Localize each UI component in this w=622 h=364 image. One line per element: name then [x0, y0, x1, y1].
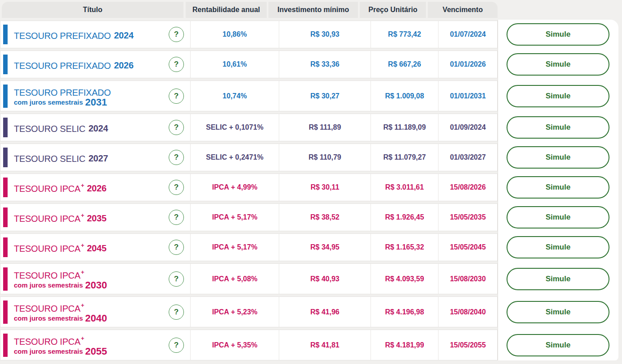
simulate-button[interactable]: Simule: [507, 176, 609, 199]
maturity-date-cell: 01/01/2026: [439, 51, 497, 78]
bond-year: 2024: [114, 30, 134, 40]
bond-name: TESOURO SELIC: [14, 153, 85, 163]
simulate-button[interactable]: Simule: [507, 23, 609, 46]
help-icon[interactable]: ?: [169, 150, 184, 165]
annual-rate-cell: SELIC + 0,2471%: [191, 144, 279, 171]
simulate-button[interactable]: Simule: [507, 85, 609, 107]
min-investment-cell: R$ 30,27: [279, 81, 371, 111]
bond-title-cell: TESOURO SELIC2027 ?: [0, 144, 191, 171]
unit-price-cell: R$ 773,42: [371, 21, 439, 48]
help-icon[interactable]: ?: [169, 305, 184, 320]
simulate-button[interactable]: Simule: [507, 334, 609, 356]
bond-name: TESOURO PREFIXADO: [14, 60, 111, 70]
bond-row-main: TESOURO IPCA+2035 ? IPCA + 5,17% R$ 38,5…: [0, 203, 498, 231]
help-icon[interactable]: ?: [169, 180, 184, 195]
maturity-date-cell: 15/08/2030: [439, 264, 497, 294]
simulate-cell: Simule: [498, 174, 618, 201]
help-icon[interactable]: ?: [169, 338, 184, 353]
bond-title-line2: com juros semestrais2040: [14, 314, 107, 323]
category-color-bar: [3, 267, 8, 291]
maturity-date-cell: 01/03/2027: [439, 144, 497, 171]
simulate-button[interactable]: Simule: [507, 301, 609, 323]
min-investment-cell: R$ 33,36: [279, 51, 371, 78]
bond-title: TESOURO IPCA+ com juros semestrais2055: [14, 334, 107, 356]
bond-title-line1: TESOURO IPCA+: [14, 301, 107, 314]
category-color-bar: [3, 55, 8, 74]
bond-title-line2: com juros semestrais2055: [14, 347, 107, 356]
simulate-button[interactable]: Simule: [507, 206, 609, 229]
annual-rate-cell: IPCA + 5,35%: [191, 330, 279, 360]
bond-name: TESOURO PREFIXADO: [14, 88, 111, 97]
category-color-bar: [3, 25, 8, 44]
bond-title-line1: TESOURO PREFIXADO: [14, 85, 114, 98]
bond-subtitle: com juros semestrais: [14, 347, 83, 355]
simulate-cell: Simule: [498, 80, 618, 111]
column-header-rentabilidade: Rentabilidade anual: [186, 2, 267, 18]
column-header-titulo: Título: [2, 2, 183, 18]
bond-year: 2027: [89, 153, 108, 163]
maturity-date-cell: 15/08/2040: [439, 297, 497, 327]
bond-title-cell: TESOURO IPCA+2035 ?: [0, 204, 191, 231]
help-icon[interactable]: ?: [169, 57, 184, 72]
table-row: TESOURO PREFIXADO com juros semestrais20…: [0, 80, 622, 111]
table-row: TESOURO IPCA+ com juros semestrais2055 ?…: [0, 330, 622, 360]
annual-rate-cell: 10,74%: [191, 81, 279, 111]
unit-price-cell: R$ 3.011,61: [371, 174, 439, 201]
category-color-bar: [3, 237, 8, 257]
column-header-investimento-minimo: Investimento mínimo: [268, 2, 358, 18]
category-color-bar: [3, 178, 8, 197]
annual-rate-cell: 10,61%: [191, 51, 279, 78]
bond-title-line1: TESOURO PREFIXADO2026: [14, 58, 133, 71]
bond-title-line1: TESOURO SELIC2024: [14, 121, 108, 134]
bond-title-cell: TESOURO IPCA+ com juros semestrais2055 ?: [0, 330, 191, 360]
bond-subtitle: com juros semestrais: [14, 98, 83, 106]
bond-title-cell: TESOURO IPCA+ com juros semestrais2040 ?: [0, 297, 191, 327]
min-investment-cell: R$ 30,93: [279, 21, 371, 48]
category-color-bar: [3, 301, 8, 324]
bond-title-line2: com juros semestrais2030: [14, 281, 107, 290]
simulate-cell: Simule: [498, 296, 618, 327]
ipca-plus-sign: +: [81, 182, 84, 189]
maturity-date-cell: 01/01/2031: [439, 81, 497, 111]
maturity-date-cell: 15/05/2045: [439, 234, 497, 261]
simulate-button[interactable]: Simule: [507, 116, 609, 139]
simulate-button[interactable]: Simule: [507, 236, 609, 258]
simulate-cell: Simule: [498, 144, 618, 171]
bond-subtitle: com juros semestrais: [14, 314, 83, 322]
bond-title: TESOURO PREFIXADO com juros semestrais20…: [14, 85, 114, 107]
category-color-bar: [3, 85, 8, 108]
bond-title-line1: TESOURO IPCA+: [14, 334, 107, 347]
help-icon[interactable]: ?: [169, 240, 184, 255]
simulate-button[interactable]: Simule: [507, 53, 609, 76]
simulate-button[interactable]: Simule: [507, 268, 609, 290]
category-color-bar: [3, 207, 8, 227]
unit-price-cell: R$ 1.009,08: [371, 81, 439, 111]
table-row: TESOURO PREFIXADO2024 ? 10,86% R$ 30,93 …: [0, 21, 622, 48]
simulate-cell: Simule: [498, 203, 618, 231]
bond-title: TESOURO PREFIXADO2024: [14, 28, 133, 41]
bond-name: TESOURO PREFIXADO: [14, 30, 111, 40]
help-icon[interactable]: ?: [169, 210, 184, 225]
help-icon[interactable]: ?: [169, 271, 184, 287]
table-row: TESOURO IPCA+ com juros semestrais2040 ?…: [0, 296, 622, 327]
help-icon[interactable]: ?: [169, 89, 184, 104]
table-row: TESOURO IPCA+2035 ? IPCA + 5,17% R$ 38,5…: [0, 203, 622, 231]
bond-title: TESOURO PREFIXADO2026: [14, 58, 133, 71]
table-row: TESOURO SELIC2024 ? SELIC + 0,1071% R$ 1…: [0, 114, 622, 141]
bond-subtitle-year: 2055: [85, 346, 107, 357]
bond-name: TESOURO SELIC: [14, 123, 85, 133]
bond-table-body: TESOURO PREFIXADO2024 ? 10,86% R$ 30,93 …: [0, 21, 622, 363]
bond-title-cell: TESOURO PREFIXADO com juros semestrais20…: [0, 81, 191, 111]
bond-title-cell: TESOURO IPCA+2026 ?: [0, 174, 191, 201]
bond-year: 2026: [87, 183, 107, 193]
unit-price-cell: R$ 4.181,99: [371, 330, 439, 360]
bond-title-line1: TESOURO IPCA+2035: [14, 211, 107, 224]
bond-subtitle-year: 2030: [85, 279, 107, 291]
help-icon[interactable]: ?: [169, 120, 184, 135]
min-investment-cell: R$ 40,93: [279, 264, 371, 294]
simulate-button[interactable]: Simule: [507, 146, 609, 169]
help-icon[interactable]: ?: [169, 27, 184, 42]
annual-rate-cell: IPCA + 5,17%: [191, 234, 279, 261]
bond-title: TESOURO IPCA+ com juros semestrais2030: [14, 268, 107, 290]
bond-title-cell: TESOURO PREFIXADO2026 ?: [0, 51, 191, 78]
